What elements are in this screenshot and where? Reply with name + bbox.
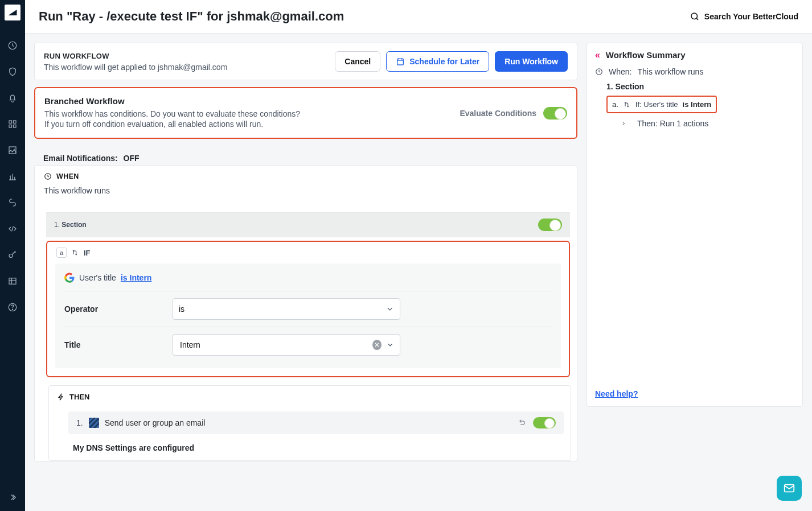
if-label: IF [84, 249, 91, 257]
summary-then: Then: Run 1 actions [637, 119, 708, 128]
branch-icon [71, 249, 79, 257]
global-search-label: Search Your BetterCloud [704, 12, 798, 21]
email-notifications-label: Email Notifications: [43, 154, 118, 163]
left-nav-rail [0, 0, 25, 511]
clock-icon [595, 68, 603, 76]
calendar-icon [396, 57, 405, 66]
title-input[interactable] [179, 340, 372, 350]
section-bar: 1. Section [46, 212, 570, 237]
when-desc: This workflow runs [44, 186, 568, 195]
cancel-button[interactable]: Cancel [335, 51, 380, 72]
email-notifications: Email Notifications: OFF [34, 146, 577, 165]
then-label: THEN [69, 393, 89, 401]
svg-rect-3 [9, 125, 12, 128]
summary-cond-label: If: User's title [635, 100, 678, 109]
title-combobox[interactable] [173, 334, 400, 356]
mail-icon [783, 482, 795, 494]
chevron-down-icon [386, 340, 394, 349]
page-title: Run "Ray - /execute test IF" for jshmak@… [39, 9, 344, 24]
title-label: Title [64, 340, 173, 349]
workflow-summary-panel: « Workflow Summary When: This workflow r… [587, 43, 803, 407]
summary-cond-prefix: a. [612, 100, 618, 109]
summary-when-label: When: [609, 67, 631, 76]
section-label: Section [61, 221, 86, 229]
svg-point-10 [691, 13, 698, 19]
svg-rect-4 [14, 125, 17, 128]
condition-badge: a [56, 248, 67, 258]
nav-image-icon[interactable] [6, 143, 19, 157]
nav-chart-icon[interactable] [6, 170, 19, 183]
then-action-toggle[interactable] [533, 417, 556, 428]
branched-workflow-panel: Branched Workflow This workflow has cond… [34, 87, 577, 139]
operator-label: Operator [64, 304, 173, 314]
app-logo[interactable] [5, 5, 20, 20]
then-item-num: 1. [76, 418, 83, 427]
clock-icon [44, 172, 52, 180]
then-config-title: My DNS Settings are configured [49, 440, 571, 460]
section-number: 1. [54, 221, 60, 229]
redo-icon[interactable] [518, 419, 526, 427]
operator-select[interactable]: is [173, 298, 400, 320]
svg-point-9 [12, 309, 13, 310]
clear-icon[interactable] [372, 340, 382, 350]
search-icon [690, 11, 700, 22]
run-header-subtitle: This workflow will get applied to jshmak… [44, 63, 227, 72]
email-notifications-state: OFF [124, 154, 140, 163]
nav-link-icon[interactable] [6, 196, 19, 209]
nav-shield-icon[interactable] [6, 65, 19, 79]
section-toggle[interactable] [538, 219, 562, 231]
nav-bell-icon[interactable] [6, 91, 19, 105]
then-action-row: 1. Send user or group an email [68, 411, 564, 434]
evaluate-conditions-toggle[interactable] [543, 107, 567, 119]
summary-condition-highlight: a. If: User's title is Intern [606, 96, 717, 113]
summary-section: 1. Section [606, 82, 794, 91]
when-label: WHEN [56, 172, 79, 180]
branched-title: Branched Workflow [44, 96, 567, 106]
then-panel: THEN 1. Send user or group an email [48, 385, 571, 461]
collapse-icon[interactable]: « [595, 50, 600, 60]
global-search[interactable]: Search Your BetterCloud [690, 11, 798, 22]
branched-line2: If you turn off condition evaluation, al… [44, 119, 567, 129]
run-header-title: RUN WORKFLOW [44, 52, 227, 60]
svg-rect-1 [9, 121, 12, 123]
schedule-button[interactable]: Schedule for Later [386, 51, 489, 72]
nav-expand-icon[interactable] [6, 491, 19, 504]
run-header: RUN WORKFLOW This workflow will get appl… [34, 43, 577, 80]
svg-rect-7 [9, 278, 16, 285]
then-item-text: Send user or group an email [105, 418, 206, 427]
google-icon [64, 273, 75, 283]
support-fab[interactable] [777, 476, 802, 501]
nav-table-icon[interactable] [6, 274, 19, 288]
top-bar: Run "Ray - /execute test IF" for jshmak@… [25, 0, 812, 34]
summary-when-value: This workflow runs [637, 67, 703, 76]
summary-title: Workflow Summary [606, 50, 686, 60]
workflow-body: WHEN This workflow runs 1. Section [34, 165, 577, 461]
chevron-right-icon[interactable] [620, 120, 627, 127]
condition-link[interactable]: is Intern [121, 273, 151, 282]
svg-rect-2 [14, 121, 17, 123]
nav-dashboard-icon[interactable] [6, 39, 19, 52]
action-app-icon [89, 418, 99, 428]
schedule-button-label: Schedule for Later [409, 57, 479, 66]
condition-text-prefix: User's title [79, 273, 116, 282]
bolt-icon [57, 393, 65, 401]
chevron-down-icon [386, 304, 394, 314]
need-help-link[interactable]: Need help? [595, 389, 638, 398]
nav-apps-icon[interactable] [6, 117, 19, 131]
operator-value: is [179, 304, 386, 314]
nav-code-icon[interactable] [6, 222, 19, 236]
nav-help-icon[interactable] [6, 300, 19, 314]
branch-icon [623, 101, 631, 109]
summary-cond-value: is Intern [683, 100, 712, 109]
nav-key-icon[interactable] [6, 248, 19, 262]
svg-point-6 [9, 254, 13, 258]
evaluate-conditions-label: Evaluate Conditions [460, 109, 536, 118]
svg-rect-11 [397, 59, 404, 65]
run-workflow-button[interactable]: Run Workflow [495, 51, 568, 72]
if-condition-panel: a IF User's title [46, 241, 570, 377]
